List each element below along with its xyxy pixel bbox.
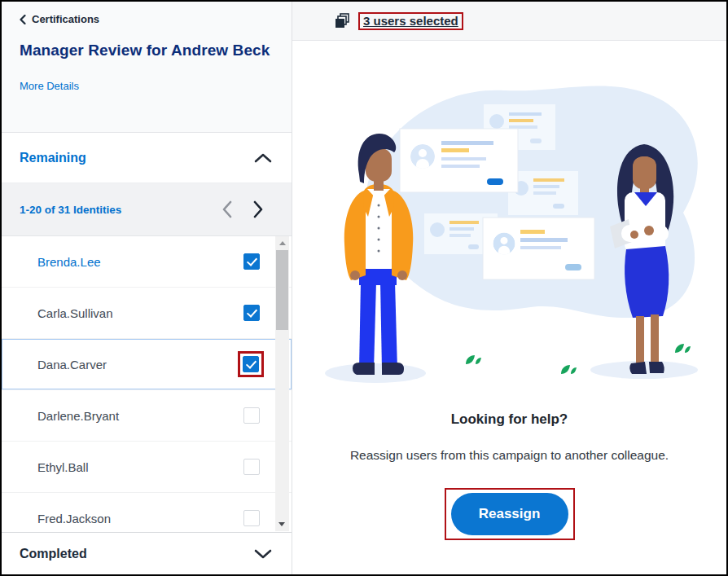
identity-list: Brenda.Lee Carla.Sullivan Dana.Carver Da…: [2, 236, 292, 531]
identity-name[interactable]: Dana.Carver: [37, 358, 107, 372]
remaining-section-header[interactable]: Remaining: [2, 133, 292, 183]
chevron-up-icon: [254, 153, 272, 163]
identity-name[interactable]: Darlene.Bryant: [37, 409, 119, 423]
identity-name[interactable]: Brenda.Lee: [37, 255, 101, 269]
identity-row-brenda-lee[interactable]: Brenda.Lee: [2, 236, 292, 288]
identity-row-fred-jackson[interactable]: Fred.Jackson: [2, 493, 292, 531]
identity-checkbox[interactable]: [243, 253, 260, 270]
user-card-right: [508, 171, 578, 215]
identity-checkbox[interactable]: [243, 305, 260, 321]
annotation-box-checkbox: [238, 351, 264, 377]
chevron-down-icon: [254, 549, 272, 559]
stacked-users-icon: [335, 13, 351, 29]
completed-section-header[interactable]: Completed: [2, 532, 292, 574]
user-card-bottom: [483, 218, 594, 279]
help-title: Looking for help?: [292, 411, 726, 428]
sidebar: Certifications Manager Review for Andrew…: [2, 2, 292, 574]
identity-name[interactable]: Carla.Sullivan: [37, 306, 113, 320]
annotation-box-status: 3 users selected: [358, 12, 463, 30]
identity-row-ethyl-ball[interactable]: Ethyl.Ball: [2, 442, 292, 493]
more-details-link[interactable]: More Details: [20, 80, 79, 92]
user-card-main: [400, 129, 518, 192]
certification-review-window: Certifications Manager Review for Andrew…: [0, 0, 728, 576]
checkbox-wrap: [239, 455, 264, 479]
identity-row-darlene-bryant[interactable]: Darlene.Bryant: [2, 390, 292, 442]
pagination-nav: [221, 200, 274, 218]
back-to-certifications-link[interactable]: Certifications: [20, 13, 274, 25]
help-text: Reassign users from this campaign to ano…: [292, 448, 726, 463]
identity-checkbox[interactable]: [243, 510, 260, 526]
scroll-down-icon[interactable]: [278, 522, 285, 526]
completed-section-label: Completed: [20, 547, 87, 561]
identity-checkbox[interactable]: [243, 356, 259, 372]
selection-topbar: 3 users selected: [292, 2, 726, 41]
checkbox-wrap: [239, 403, 264, 428]
checkbox-wrap: [239, 506, 264, 530]
next-page-icon[interactable]: [253, 200, 264, 218]
sidebar-header: Certifications Manager Review for Andrew…: [2, 2, 292, 133]
reassign-button[interactable]: Reassign: [451, 493, 568, 535]
scrollbar-thumb[interactable]: [276, 250, 288, 330]
list-scrollbar[interactable]: [275, 236, 289, 531]
identity-checkbox[interactable]: [243, 407, 260, 424]
previous-page-icon[interactable]: [221, 200, 232, 218]
identity-row-dana-carver[interactable]: Dana.Carver: [2, 339, 292, 390]
identity-name[interactable]: Fred.Jackson: [37, 512, 111, 525]
plant: [561, 365, 577, 374]
chevron-left-icon: [20, 15, 26, 24]
identity-checkbox[interactable]: [243, 459, 260, 475]
identity-row-carla-sullivan[interactable]: Carla.Sullivan: [2, 288, 292, 339]
checkbox-wrap: [239, 301, 264, 325]
help-illustration: [317, 70, 717, 396]
scroll-up-icon[interactable]: [275, 236, 289, 249]
remaining-section-label: Remaining: [20, 151, 86, 165]
man-shadow: [325, 363, 426, 383]
identity-name[interactable]: Ethyl.Ball: [37, 460, 89, 474]
page-title: Manager Review for Andrew Beck: [20, 42, 274, 59]
plant: [675, 344, 691, 353]
checkbox-wrap: [239, 249, 264, 274]
plant: [466, 355, 481, 364]
back-link-label: Certifications: [32, 13, 99, 25]
selection-status[interactable]: 3 users selected: [363, 14, 458, 28]
pagination-label: 1-20 of 31 Identities: [20, 204, 121, 216]
annotation-box-reassign: Reassign: [445, 488, 575, 540]
identities-pagination: 1-20 of 31 Identities: [2, 183, 292, 236]
main-panel: 3 users selected: [292, 2, 726, 574]
